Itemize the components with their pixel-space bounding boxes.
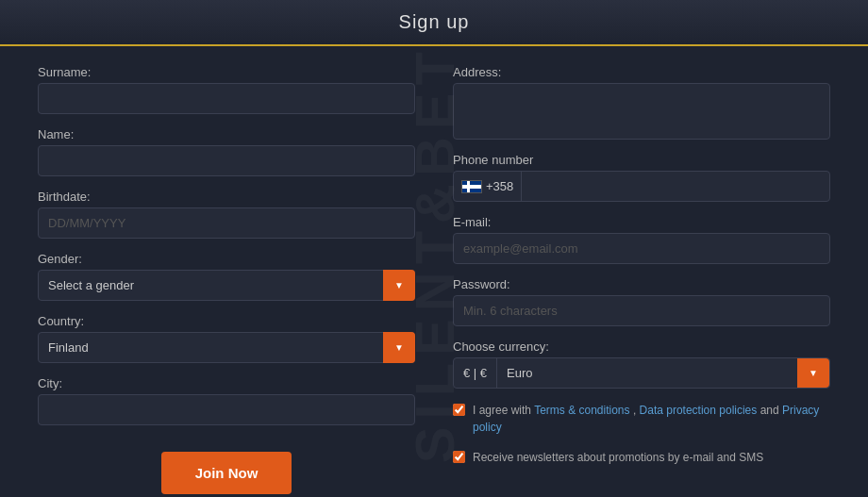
name-input[interactable] [38,145,415,176]
birthdate-field-group: Birthdate: [38,190,415,239]
country-select-wrapper: Finland Sweden Norway Estonia [38,332,415,363]
phone-field-group: Phone number +358 [453,153,830,202]
terms-checkbox-group: I agree with Terms & conditions , Data p… [453,402,830,436]
country-field-group: Country: Finland Sweden Norway Estonia [38,314,415,363]
phone-flag: +358 [454,172,522,201]
newsletter-checkbox-group: Receive newsletters about promotions by … [453,449,830,466]
address-input[interactable] [453,83,830,140]
currency-prefix: € | € [454,358,497,388]
password-label: Password: [453,277,830,291]
email-field-group: E-mail: [453,215,830,264]
surname-label: Surname: [38,65,415,79]
phone-code: +358 [486,179,513,193]
email-input[interactable] [453,233,830,264]
name-field-group: Name: [38,127,415,176]
data-protection-link[interactable]: Data protection policies [640,404,758,417]
gender-field-group: Gender: Select a gender Male Female Othe… [38,252,415,301]
country-label: Country: [38,314,415,328]
city-input[interactable] [38,394,415,425]
address-label: Address: [453,65,830,79]
finland-flag-icon [461,180,482,193]
surname-field-group: Surname: [38,65,415,114]
password-field-group: Password: [453,277,830,326]
header: Sign up [0,0,868,46]
currency-field-group: Choose currency: € | € Euro Dollar Pound [453,340,830,389]
newsletter-checkbox[interactable] [453,451,465,463]
city-label: City: [38,376,415,390]
gender-select-wrapper: Select a gender Male Female Other [38,270,415,301]
currency-select-wrapper: € | € Euro Dollar Pound [453,357,830,389]
birthdate-label: Birthdate: [38,190,415,204]
join-wrapper: Join Now [38,442,415,494]
terms-checkbox[interactable] [453,404,465,416]
gender-select[interactable]: Select a gender Male Female Other [38,270,415,301]
newsletter-text: Receive newsletters about promotions by … [473,449,763,466]
password-input[interactable] [453,295,830,326]
birthdate-input[interactable] [38,207,415,239]
name-label: Name: [38,127,415,141]
right-column: Address: Phone number +358 E-mail: Passw… [453,65,830,494]
terms-conditions-link[interactable]: Terms & conditions [534,404,629,417]
terms-text: I agree with Terms & conditions , Data p… [473,402,830,436]
page-title: Sign up [11,11,857,33]
join-now-button[interactable]: Join Now [161,452,292,494]
phone-input[interactable] [522,172,829,201]
address-field-group: Address: [453,65,830,140]
gender-label: Gender: [38,252,415,266]
surname-input[interactable] [38,83,415,114]
email-label: E-mail: [453,215,830,229]
left-column: Surname: Name: Birthdate: Gender: Select… [38,65,415,494]
currency-label: Choose currency: [453,340,830,354]
city-field-group: City: [38,376,415,425]
phone-label: Phone number [453,153,830,167]
phone-input-wrapper: +358 [453,171,830,202]
country-select[interactable]: Finland Sweden Norway Estonia [38,332,415,363]
currency-select[interactable]: Euro Dollar Pound [497,358,829,388]
